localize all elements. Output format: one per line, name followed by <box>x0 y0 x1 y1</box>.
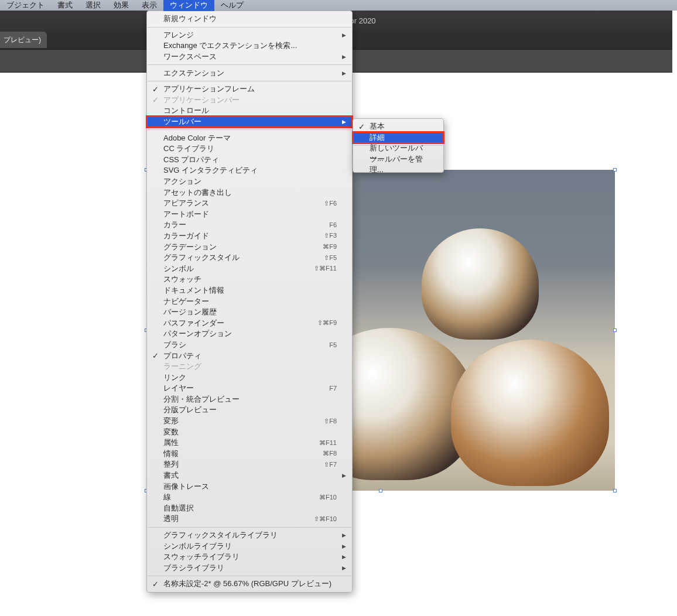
menu-item[interactable]: パスファインダー⇧⌘F9 <box>147 317 352 328</box>
menu-item[interactable]: Adobe Color テーマ <box>147 132 352 143</box>
menu-item-label: パターンオプション <box>163 328 232 339</box>
menu-item-label: ツールバーを管理... <box>370 154 433 175</box>
window-menu[interactable]: 新規ウィンドウアレンジExchange でエクステンションを検索...ワークスペ… <box>146 11 353 593</box>
menu-item[interactable]: カラーガイド⇧F3 <box>147 231 352 242</box>
menu-item[interactable]: スウォッチライブラリ <box>147 552 352 563</box>
menu-item[interactable]: スウォッチ <box>147 274 352 285</box>
menubar-item[interactable]: ヘルプ <box>214 0 250 11</box>
menu-item[interactable]: アプリケーションフレーム <box>147 84 352 95</box>
menu-item[interactable]: 自動選択 <box>147 503 352 514</box>
menu-item[interactable]: 名称未設定-2* @ 56.67% (RGB/GPU プレビュー) <box>147 579 352 590</box>
menu-item[interactable]: 属性⌘F11 <box>147 437 352 449</box>
menu-item[interactable]: 情報⌘F8 <box>147 449 352 460</box>
menu-item[interactable]: コントロール <box>147 105 352 117</box>
menu-item[interactable]: ツールバー <box>147 117 352 128</box>
menu-item[interactable]: アクション <box>147 176 352 187</box>
menu-item-label: グラフィックスタイル <box>163 252 240 263</box>
menu-item[interactable]: ブラシライブラリ <box>147 563 352 574</box>
menu-item-label: アプリケーションフレーム <box>163 84 255 94</box>
menubar-item[interactable]: 表示 <box>135 0 163 11</box>
menu-separator <box>148 27 351 28</box>
menu-item[interactable]: 透明⇧⌘F10 <box>147 514 352 525</box>
menu-item[interactable]: バージョン履歴 <box>147 307 352 318</box>
toolbar-submenu[interactable]: 基本詳細新しいツールバー...ツールバーを管理... <box>353 118 444 173</box>
menu-item-label: 属性 <box>163 437 179 448</box>
image-content <box>422 228 539 340</box>
menu-item-label: 名称未設定-2* @ 56.67% (RGB/GPU プレビュー) <box>163 579 331 589</box>
menu-item[interactable]: アピアランス⇧F6 <box>147 198 352 209</box>
menu-item-label: アピアランス <box>163 198 209 208</box>
menu-item-label: アートボード <box>163 209 209 220</box>
menu-item[interactable]: 分版プレビュー <box>147 405 352 416</box>
menu-item-label: スウォッチ <box>163 274 201 285</box>
menu-item-label: スウォッチライブラリ <box>163 552 240 562</box>
menu-item[interactable]: エクステンション <box>147 67 352 78</box>
menu-item[interactable]: CC ライブラリ <box>147 143 352 155</box>
menu-item[interactable]: アレンジ <box>147 30 352 41</box>
menu-item-label: シンボルライブラリ <box>163 541 232 552</box>
menu-item[interactable]: CSS プロパティ <box>147 155 352 166</box>
menu-item[interactable]: 画像トレース <box>147 481 352 492</box>
menu-item[interactable]: プロパティ <box>147 350 352 361</box>
menu-shortcut: ⇧F5 <box>324 254 337 262</box>
menu-separator <box>148 129 351 130</box>
menu-item[interactable]: ツールバーを管理... <box>353 159 443 170</box>
menu-shortcut: ⌘F8 <box>323 450 337 457</box>
menu-item[interactable]: Exchange でエクステンションを検索... <box>147 40 352 52</box>
menu-item-label: ラーニング <box>163 361 201 372</box>
menu-item[interactable]: 線⌘F10 <box>147 492 352 503</box>
menu-item[interactable]: 詳細 <box>353 132 443 143</box>
menu-item-label: 透明 <box>163 514 179 524</box>
menu-shortcut: ⌘F11 <box>319 439 337 447</box>
menu-item[interactable]: SVG インタラクティビティ <box>147 165 352 176</box>
selection-handle[interactable] <box>379 489 382 492</box>
menu-item[interactable]: レイヤーF7 <box>147 383 352 394</box>
selection-handle[interactable] <box>613 168 617 172</box>
menu-item-label: CSS プロパティ <box>163 155 219 165</box>
menu-item[interactable]: 変数 <box>147 426 352 437</box>
menu-item-label: パスファインダー <box>163 318 224 328</box>
menubar-item[interactable]: ブジェクト <box>0 0 51 11</box>
selection-handle[interactable] <box>613 489 617 492</box>
menu-item[interactable]: 書式 <box>147 470 352 481</box>
menu-item[interactable]: グラデーション⌘F9 <box>147 241 352 252</box>
menu-item[interactable]: 分割・統合プレビュー <box>147 394 352 405</box>
menu-item[interactable]: グラフィックスタイルライブラリ <box>147 530 352 541</box>
menu-item[interactable]: ナビゲーター <box>147 296 352 307</box>
menu-item[interactable]: ブラシF5 <box>147 340 352 351</box>
menu-item[interactable]: 基本 <box>353 121 443 132</box>
menu-shortcut: ⌘F9 <box>323 243 337 251</box>
menu-shortcut: F5 <box>329 341 337 348</box>
menu-separator <box>148 527 351 528</box>
menubar-item[interactable]: 効果 <box>107 0 135 11</box>
menu-item[interactable]: アセットの書き出し <box>147 187 352 198</box>
menu-item[interactable]: カラーF6 <box>147 220 352 231</box>
document-tab[interactable]: プレビュー) <box>0 32 47 48</box>
menu-item[interactable]: リンク <box>147 372 352 383</box>
menu-item-label: グラデーション <box>163 242 217 252</box>
menu-shortcut: ⌘F10 <box>319 494 337 501</box>
menu-item[interactable]: アートボード <box>147 209 352 220</box>
menu-item-label: 線 <box>163 492 171 502</box>
menubar-item[interactable]: ウィンドウ <box>163 0 214 11</box>
menu-item-label: プロパティ <box>163 351 201 361</box>
menubar-item[interactable]: 選択 <box>79 0 107 11</box>
menu-item[interactable]: ドキュメント情報 <box>147 285 352 296</box>
menu-separator <box>148 64 351 65</box>
menu-shortcut: ⇧⌘F9 <box>317 319 337 327</box>
menu-item[interactable]: 変形⇧F8 <box>147 416 352 427</box>
menu-shortcut: ⇧F3 <box>324 232 337 239</box>
menu-shortcut: F7 <box>329 385 337 392</box>
menubar-item[interactable]: 書式 <box>51 0 79 11</box>
selection-handle[interactable] <box>613 328 617 332</box>
menu-item-label: アセットの書き出し <box>163 187 232 198</box>
menu-item[interactable]: グラフィックスタイル⇧F5 <box>147 252 352 263</box>
menu-item[interactable]: 新規ウィンドウ <box>147 13 352 25</box>
menu-item[interactable]: シンボルライブラリ <box>147 540 352 552</box>
menu-item[interactable]: パターンオプション <box>147 328 352 340</box>
menu-item[interactable]: ワークスペース <box>147 52 352 63</box>
menu-item[interactable]: 整列⇧F7 <box>147 459 352 470</box>
menu-item[interactable]: シンボル⇧⌘F11 <box>147 263 352 274</box>
menu-item-label: ナビゲーター <box>163 296 209 307</box>
menu-item-label: 整列 <box>163 459 179 470</box>
